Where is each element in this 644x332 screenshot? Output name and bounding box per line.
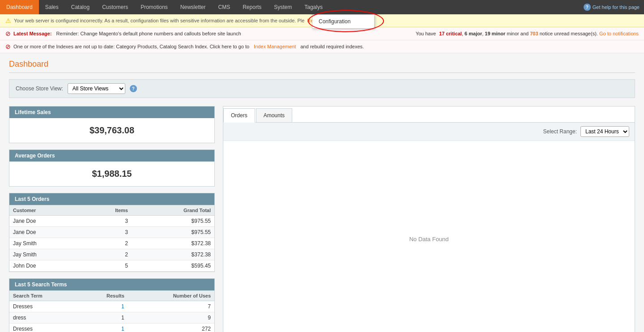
index-suffix-text: and rebuild required indexes.: [300, 44, 364, 49]
error-icon-2: ⊘: [5, 43, 11, 50]
average-orders-header: Average Orders: [9, 150, 214, 162]
no-data-message: No Data Found: [223, 141, 635, 332]
table-row: Jane Doe 3 $975.55: [9, 216, 214, 227]
cell-items: 3: [83, 216, 132, 227]
search-results-link[interactable]: 1: [121, 326, 124, 332]
index-warning-bar: ⊘ One or more of the Indexes are not up …: [0, 40, 644, 53]
last5-search-box: Last 5 Search Terms Search Term Results …: [9, 278, 215, 332]
store-view-bar: Choose Store View: All Store Views ?: [9, 79, 635, 98]
table-row: Jane Doe 3 $975.55: [9, 227, 214, 238]
cell-items: 2: [83, 249, 132, 260]
left-column: Lifetime Sales $39,763.08 Average Orders…: [9, 106, 215, 332]
average-orders-box: Average Orders $1,988.15: [9, 149, 215, 187]
table-row: Jay Smith 2 $372.38: [9, 249, 214, 260]
chart-tabs: Orders Amounts: [223, 106, 635, 123]
cell-term: Dresses: [9, 301, 80, 312]
last5-search-header: Last 5 Search Terms: [9, 279, 214, 290]
cell-uses: 7: [128, 301, 214, 312]
lifetime-sales-value: $39,763.08: [9, 118, 214, 143]
cell-total: $372.38: [132, 249, 214, 260]
range-select[interactable]: Last 24 Hours Last 7 Days Last 30 Days L…: [580, 126, 629, 137]
index-message-text: One or more of the Indexes are not up to…: [13, 44, 249, 49]
lifetime-sales-box: Lifetime Sales $39,763.08: [9, 106, 215, 143]
index-management-link[interactable]: Index Management: [254, 44, 296, 49]
last5-orders-header-row: Customer Items Grand Total: [9, 205, 214, 216]
nav-promotions[interactable]: Promotions: [134, 0, 174, 14]
nav-cms[interactable]: CMS: [212, 0, 237, 14]
search-results-link[interactable]: 1: [121, 303, 124, 310]
lifetime-sales-header: Lifetime Sales: [9, 106, 214, 118]
critical-count: 17 critical: [439, 31, 462, 36]
cell-results: 1: [80, 301, 128, 312]
col-items: Items: [83, 205, 132, 216]
help-label: Get help for this page: [593, 4, 640, 10]
col-grand-total: Grand Total: [132, 205, 214, 216]
cell-items: 5: [83, 260, 132, 272]
table-row: Jay Smith 2 $372.38: [9, 238, 214, 249]
store-view-select[interactable]: All Store Views: [68, 83, 125, 94]
notice-count: 703: [530, 31, 538, 36]
page-content: Dashboard Choose Store View: All Store V…: [0, 53, 644, 332]
last5-orders-body: Jane Doe 3 $975.55 Jane Doe 3 $975.55 Ja…: [9, 216, 214, 272]
cell-uses: 9: [128, 312, 214, 323]
store-view-label: Choose Store View:: [16, 85, 63, 92]
col-uses: Number of Uses: [128, 291, 214, 301]
col-results: Results: [80, 291, 128, 301]
last5-orders-box: Last 5 Orders Customer Items Grand Total…: [9, 193, 215, 272]
table-row: Dresses 1 7: [9, 301, 214, 312]
cell-total: $975.55: [132, 227, 214, 238]
col-customer: Customer: [9, 205, 83, 216]
range-bar: Select Range: Last 24 Hours Last 7 Days …: [223, 123, 635, 141]
notification-prefix: You have: [416, 31, 436, 36]
col-search-term: Search Term: [9, 291, 80, 301]
notification-summary: You have 17 critical, 6 major, 19 minor …: [416, 31, 639, 36]
system-dropdown: Configuration: [312, 14, 375, 29]
nav-right: ? Get help for this page: [584, 4, 644, 11]
cell-items: 2: [83, 238, 132, 249]
nav-tagalys[interactable]: Tagalys: [298, 0, 329, 14]
store-view-info-icon[interactable]: ?: [130, 85, 137, 92]
cell-customer: Jane Doe: [9, 216, 83, 227]
nav-system[interactable]: System: [268, 0, 298, 14]
nav-catalog[interactable]: Catalog: [65, 0, 96, 14]
nav-customers[interactable]: Customers: [96, 0, 134, 14]
cell-total: $975.55: [132, 216, 214, 227]
major-count: 6 major: [465, 31, 482, 36]
cell-customer: Jane Doe: [9, 227, 83, 238]
nav-sales[interactable]: Sales: [39, 0, 65, 14]
help-link[interactable]: ? Get help for this page: [584, 4, 640, 11]
notification-suffix: notice unread message(s).: [540, 31, 598, 36]
average-orders-value: $1,988.15: [9, 162, 214, 186]
nav-newsletter[interactable]: Newsletter: [174, 0, 212, 14]
table-row: dress 1 9: [9, 312, 214, 323]
top-navigation: Dashboard Sales Catalog Customers Promot…: [0, 0, 644, 14]
last5-search-header-row: Search Term Results Number of Uses: [9, 291, 214, 301]
cell-total: $372.38: [132, 238, 214, 249]
tab-orders[interactable]: Orders: [223, 108, 255, 123]
nav-reports[interactable]: Reports: [236, 0, 268, 14]
table-row: John Doe 5 $595.45: [9, 260, 214, 272]
main-grid: Lifetime Sales $39,763.08 Average Orders…: [9, 106, 635, 332]
right-column: Orders Amounts Select Range: Last 24 Hou…: [223, 106, 635, 332]
latest-message-text: Reminder: Change Magento's default phone…: [56, 31, 241, 36]
latest-message-bar: ⊘ Latest Message: Reminder: Change Magen…: [0, 27, 644, 40]
last5-orders-table: Customer Items Grand Total Jane Doe 3 $9…: [9, 205, 214, 272]
cell-customer: John Doe: [9, 260, 83, 272]
cell-customer: Jay Smith: [9, 249, 83, 260]
tab-amounts[interactable]: Amounts: [256, 108, 292, 122]
help-icon: ?: [584, 4, 591, 11]
config-menu-item[interactable]: Configuration: [312, 15, 374, 28]
cell-term: Dresses: [9, 323, 80, 332]
last5-search-table: Search Term Results Number of Uses Dress…: [9, 290, 214, 332]
latest-message-label: Latest Message:: [13, 31, 52, 36]
cell-total: $595.45: [132, 260, 214, 272]
cell-customer: Jay Smith: [9, 238, 83, 249]
cell-uses: 272: [128, 323, 214, 332]
table-row: Dresses 1 272: [9, 323, 214, 332]
cell-results: 1: [80, 323, 128, 332]
go-to-notifications-link[interactable]: Go to notifications: [599, 31, 639, 36]
page-title: Dashboard: [9, 53, 635, 73]
nav-dashboard[interactable]: Dashboard: [0, 0, 39, 14]
cell-items: 3: [83, 227, 132, 238]
last5-orders-header: Last 5 Orders: [9, 193, 214, 205]
